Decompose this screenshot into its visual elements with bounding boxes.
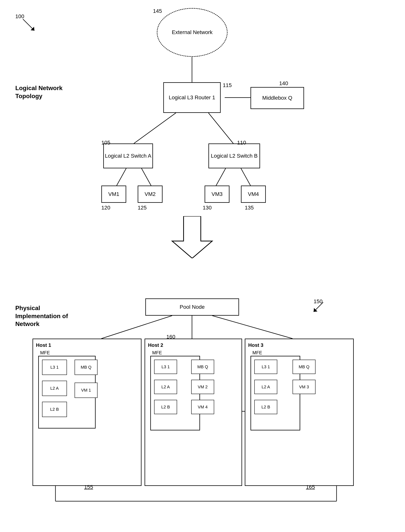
middlebox-q: Middlebox Q bbox=[250, 87, 304, 109]
svg-line-7 bbox=[241, 168, 250, 185]
logical-l2-switch-b: Logical L2 Switch B bbox=[209, 143, 260, 168]
host1-vm1: VM 1 bbox=[74, 382, 98, 398]
svg-line-6 bbox=[216, 168, 226, 185]
pool-node: Pool Node bbox=[145, 298, 239, 316]
host2-l2-a: L2 A bbox=[154, 380, 177, 394]
ref-140: 140 bbox=[279, 80, 288, 87]
ref-125: 125 bbox=[138, 205, 147, 211]
host3-l2-a: L2 A bbox=[254, 380, 277, 394]
ref-110: 110 bbox=[237, 140, 246, 146]
ref-105: 105 bbox=[101, 140, 110, 146]
host3-mfe-label: MFE bbox=[252, 350, 262, 355]
ref-155: 155 bbox=[84, 484, 93, 490]
vm3-node: VM3 bbox=[205, 185, 230, 203]
logical-l2-switch-a: Logical L2 Switch A bbox=[103, 143, 153, 168]
svg-line-8 bbox=[101, 316, 172, 339]
host2-vm4: VM 4 bbox=[191, 400, 214, 414]
external-network-node: External Network bbox=[157, 8, 228, 57]
host1-mfe-label: MFE bbox=[40, 350, 50, 355]
vm1-node: VM1 bbox=[101, 185, 126, 203]
svg-line-2 bbox=[134, 113, 176, 143]
ref-165: 165 bbox=[306, 484, 315, 490]
host3-vm3: VM 3 bbox=[293, 380, 316, 394]
svg-marker-18 bbox=[172, 216, 212, 258]
ref-120: 120 bbox=[101, 205, 110, 211]
ref-145: 145 bbox=[153, 8, 162, 14]
svg-line-4 bbox=[117, 168, 126, 185]
host1-l2-a: L2 A bbox=[42, 381, 67, 396]
ref-135: 135 bbox=[245, 205, 254, 211]
svg-line-5 bbox=[142, 168, 151, 185]
large-down-arrow bbox=[168, 216, 216, 258]
host1-l2-b: L2 B bbox=[42, 402, 67, 417]
host3-mb-q: MB Q bbox=[293, 360, 316, 374]
host3-l2-b: L2 B bbox=[254, 400, 277, 414]
ref-115: 115 bbox=[223, 82, 232, 88]
vm4-node: VM4 bbox=[241, 185, 266, 203]
section2-label: PhysicalImplementation ofNetwork bbox=[15, 304, 76, 328]
host2-l3-1: L3 1 bbox=[154, 360, 177, 374]
section1-label: Logical Network Topology bbox=[15, 84, 73, 100]
diagram-container: 100 Logical Network Topology PhysicalImp… bbox=[0, 0, 405, 532]
vm2-node: VM2 bbox=[138, 185, 162, 203]
ref-150-arrow bbox=[310, 300, 325, 316]
ref-160: 160 bbox=[166, 334, 175, 340]
host1-mb-q: MB Q bbox=[74, 360, 98, 375]
host1-l3-1: L3 1 bbox=[42, 360, 67, 375]
host2-vm2: VM 2 bbox=[191, 380, 214, 394]
host2-mb-q: MB Q bbox=[191, 360, 214, 374]
ref-130: 130 bbox=[203, 205, 212, 211]
figure-arrow bbox=[21, 17, 36, 33]
host2-mfe-label: MFE bbox=[152, 350, 162, 355]
host3-l3-1: L3 1 bbox=[254, 360, 277, 374]
host2-l2-b: L2 B bbox=[154, 400, 177, 414]
svg-line-3 bbox=[209, 113, 233, 143]
svg-line-10 bbox=[212, 316, 293, 339]
logical-l3-router: Logical L3 Router 1 bbox=[163, 82, 221, 113]
